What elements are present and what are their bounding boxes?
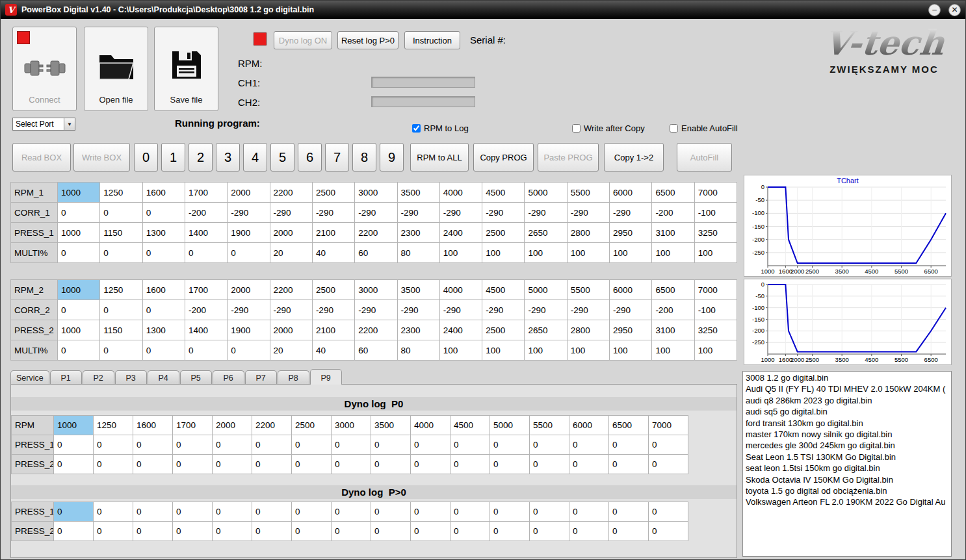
tab-p1[interactable]: P1 xyxy=(50,370,82,385)
value-cell[interactable]: -290 xyxy=(355,300,397,320)
value-cell[interactable]: 0 xyxy=(94,455,133,474)
digit-button-3[interactable]: 3 xyxy=(216,143,240,172)
value-cell[interactable]: -290 xyxy=(312,203,354,223)
value-cell[interactable]: 2400 xyxy=(439,223,482,243)
value-cell[interactable]: 0 xyxy=(213,522,252,541)
value-cell[interactable]: -290 xyxy=(567,300,609,320)
value-cell[interactable]: 0 xyxy=(142,340,185,361)
value-cell[interactable]: 4500 xyxy=(450,416,490,435)
value-cell[interactable]: -290 xyxy=(482,203,525,223)
value-cell[interactable]: 100 xyxy=(482,340,525,361)
autofill-button[interactable]: AutoFill xyxy=(677,143,732,172)
value-cell[interactable]: 6000 xyxy=(610,280,652,300)
value-cell[interactable]: 2000 xyxy=(228,183,270,203)
value-cell[interactable]: 3250 xyxy=(694,223,737,243)
value-cell[interactable]: 2500 xyxy=(312,280,354,300)
value-cell[interactable]: 0 xyxy=(252,522,292,541)
value-cell[interactable]: 1250 xyxy=(100,280,142,300)
value-cell[interactable]: 3000 xyxy=(332,416,371,435)
value-cell[interactable]: 0 xyxy=(371,435,411,455)
value-cell[interactable]: -290 xyxy=(439,203,482,223)
value-cell[interactable]: 0 xyxy=(371,502,411,522)
value-cell[interactable]: 100 xyxy=(482,243,525,263)
value-cell[interactable]: 0 xyxy=(649,522,688,541)
value-cell[interactable]: 6500 xyxy=(609,416,649,435)
value-cell[interactable]: 0 xyxy=(173,522,213,541)
value-cell[interactable]: 0 xyxy=(649,502,688,522)
value-cell[interactable]: 0 xyxy=(213,502,252,522)
value-cell[interactable]: 1600 xyxy=(133,416,173,435)
value-cell[interactable]: 0 xyxy=(213,455,252,474)
value-cell[interactable]: -290 xyxy=(312,300,354,320)
value-cell[interactable]: 3500 xyxy=(371,416,411,435)
value-cell[interactable]: 0 xyxy=(58,203,100,223)
value-cell[interactable]: 0 xyxy=(371,455,411,474)
value-cell[interactable]: 2100 xyxy=(312,223,354,243)
value-cell[interactable]: 0 xyxy=(411,455,450,474)
value-cell[interactable]: 2500 xyxy=(482,320,525,340)
value-cell[interactable]: 5500 xyxy=(530,416,569,435)
value-cell[interactable]: 0 xyxy=(54,502,94,522)
value-cell[interactable]: 3100 xyxy=(652,223,694,243)
value-cell[interactable]: 0 xyxy=(252,435,292,455)
value-cell[interactable]: 2000 xyxy=(270,223,312,243)
value-cell[interactable]: 4000 xyxy=(439,183,482,203)
value-cell[interactable]: 2000 xyxy=(228,280,270,300)
value-cell[interactable]: 7000 xyxy=(694,280,737,300)
dyno-log-on-button[interactable]: Dyno log ON xyxy=(274,31,332,49)
digit-button-9[interactable]: 9 xyxy=(380,143,404,172)
reset-log-button[interactable]: Reset log P>0 xyxy=(337,31,398,49)
value-cell[interactable]: 0 xyxy=(94,522,133,541)
value-cell[interactable]: 1250 xyxy=(94,416,133,435)
value-cell[interactable]: 0 xyxy=(100,243,142,263)
value-cell[interactable]: 6000 xyxy=(610,183,652,203)
value-cell[interactable]: 2650 xyxy=(525,223,567,243)
value-cell[interactable]: 4000 xyxy=(439,280,482,300)
value-cell[interactable]: 0 xyxy=(609,522,649,541)
value-cell[interactable]: 3500 xyxy=(397,280,439,300)
copy-1-to-2-button[interactable]: Copy 1->2 xyxy=(604,143,664,172)
value-cell[interactable]: 5000 xyxy=(525,280,567,300)
select-port-dropdown[interactable]: Select Port ▼ xyxy=(12,118,75,131)
value-cell[interactable]: 100 xyxy=(567,243,609,263)
value-cell[interactable]: 5500 xyxy=(567,183,609,203)
rpm-to-log-checkbox[interactable]: RPM to Log xyxy=(412,123,469,133)
value-cell[interactable]: 0 xyxy=(530,502,569,522)
value-cell[interactable]: 4000 xyxy=(411,416,450,435)
open-file-button[interactable]: Open file xyxy=(84,27,148,111)
value-cell[interactable]: 0 xyxy=(228,243,270,263)
value-cell[interactable]: 2200 xyxy=(355,223,397,243)
file-list-item[interactable]: 3008 1.2 go digital.bin xyxy=(746,372,948,383)
value-cell[interactable]: 2650 xyxy=(525,320,567,340)
value-cell[interactable]: 0 xyxy=(569,522,609,541)
value-cell[interactable]: 1000 xyxy=(58,183,100,203)
value-cell[interactable]: -290 xyxy=(270,300,312,320)
value-cell[interactable]: -290 xyxy=(355,203,397,223)
value-cell[interactable]: 6500 xyxy=(652,280,694,300)
value-cell[interactable]: -200 xyxy=(185,203,227,223)
value-cell[interactable]: 1000 xyxy=(58,223,100,243)
file-list-item[interactable]: toyota 1.5 go digital od obciążenia.bin xyxy=(746,485,948,496)
value-cell[interactable]: -290 xyxy=(228,300,270,320)
value-cell[interactable]: 100 xyxy=(525,243,567,263)
value-cell[interactable]: 0 xyxy=(58,243,100,263)
value-cell[interactable]: 0 xyxy=(228,340,270,361)
value-cell[interactable]: 0 xyxy=(530,455,569,474)
value-cell[interactable]: 0 xyxy=(609,502,649,522)
value-cell[interactable]: -290 xyxy=(397,203,439,223)
value-cell[interactable]: 100 xyxy=(652,340,694,361)
write-after-copy-checkbox-input[interactable] xyxy=(572,124,581,133)
value-cell[interactable]: -290 xyxy=(439,300,482,320)
value-cell[interactable]: 0 xyxy=(252,502,292,522)
value-cell[interactable]: 1700 xyxy=(185,183,227,203)
tab-service[interactable]: Service xyxy=(10,370,49,385)
value-cell[interactable]: 1000 xyxy=(58,320,100,340)
value-cell[interactable]: 4500 xyxy=(482,183,525,203)
value-cell[interactable]: 0 xyxy=(142,243,185,263)
value-cell[interactable]: 2000 xyxy=(270,320,312,340)
enable-autofill-checkbox[interactable]: Enable AutoFill xyxy=(670,123,738,133)
value-cell[interactable]: 3250 xyxy=(694,320,737,340)
file-list[interactable]: 3008 1.2 go digital.binAudi Q5 II (FY FL… xyxy=(742,371,952,557)
value-cell[interactable]: 0 xyxy=(100,340,142,361)
value-cell[interactable]: 6500 xyxy=(652,183,694,203)
